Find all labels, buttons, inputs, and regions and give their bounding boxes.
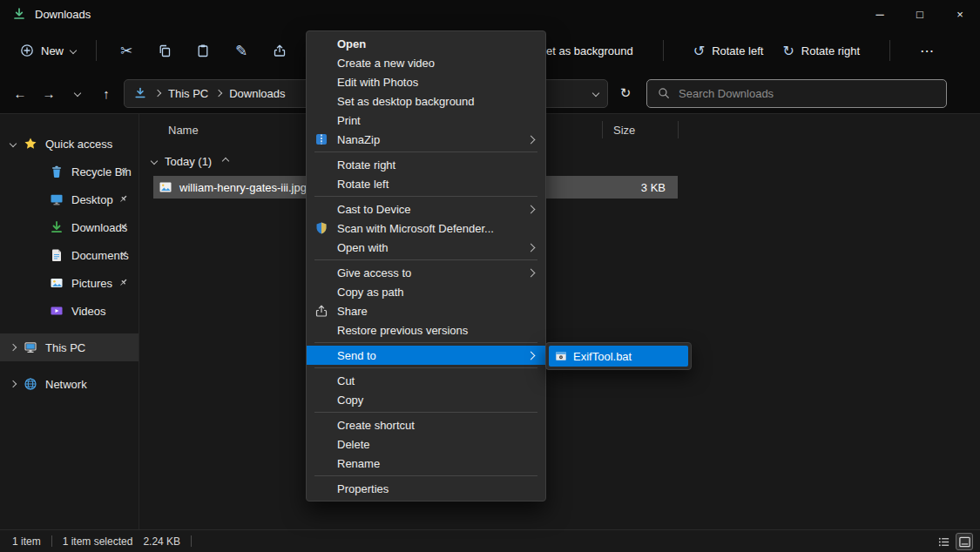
column-header-size[interactable]: Size: [613, 124, 635, 137]
menu-item-give-access-to[interactable]: Give access to: [307, 263, 545, 282]
navigation-pane: Quick access Recycle Bin Desktop: [0, 114, 139, 529]
menu-item-open[interactable]: Open: [307, 34, 545, 53]
minimize-button[interactable]: ─: [860, 0, 900, 28]
breadcrumb-downloads[interactable]: Downloads: [229, 87, 285, 100]
chevron-down-icon: [74, 90, 81, 97]
videos-icon: [50, 304, 64, 318]
search-box[interactable]: [646, 79, 947, 108]
menu-item-nanazip[interactable]: NanaZip: [307, 130, 545, 149]
file-list-pane: Name Size Today (1) william-henry-gates-…: [140, 114, 980, 529]
thumbnail-view-icon: [958, 535, 971, 549]
menu-item-print[interactable]: Print: [307, 111, 545, 130]
submenu-arrow-icon: [527, 205, 536, 214]
submenu-item-exiftool-bat[interactable]: ExifTool.bat: [549, 346, 688, 367]
up-button[interactable]: ↑: [95, 82, 118, 104]
menu-item-scan-with-microsoft-defender[interactable]: Scan with Microsoft Defender...: [307, 219, 545, 238]
refresh-button[interactable]: ↻: [614, 82, 637, 104]
sidebar-item-label: Pictures: [71, 277, 112, 290]
back-button[interactable]: ←: [9, 82, 31, 104]
menu-item-delete[interactable]: Delete: [307, 434, 545, 454]
expand-chevron-icon[interactable]: [10, 140, 17, 147]
rename-button[interactable]: ✎: [222, 35, 260, 66]
menu-item-share[interactable]: Share: [307, 301, 545, 320]
sidebar-item-label: Desktop: [71, 193, 113, 206]
expand-chevron-icon[interactable]: [10, 380, 17, 387]
pin-icon: [118, 194, 128, 204]
sidebar-item-desktop[interactable]: Desktop: [0, 185, 139, 213]
sidebar-item-this-pc[interactable]: This PC: [0, 333, 139, 361]
menu-item-label: Rename: [337, 457, 380, 470]
maximize-button[interactable]: □: [900, 0, 940, 28]
sidebar-item-quick-access[interactable]: Quick access: [0, 130, 139, 158]
menu-item-cast-to-device[interactable]: Cast to Device: [307, 199, 545, 219]
close-button[interactable]: ×: [940, 0, 980, 28]
menu-item-copy[interactable]: Copy: [307, 390, 545, 409]
menu-item-open-with[interactable]: Open with: [307, 238, 545, 257]
sidebar-item-downloads[interactable]: Downloads: [0, 213, 139, 241]
rotate-left-button[interactable]: ↺ Rotate left: [693, 43, 764, 59]
share-icon: [273, 44, 287, 57]
menu-item-rotate-right[interactable]: Rotate right: [307, 155, 545, 174]
menu-separator: [314, 259, 537, 260]
new-button-label: New: [41, 44, 64, 57]
menu-item-rotate-left[interactable]: Rotate left: [307, 174, 545, 193]
thumbnail-view-button[interactable]: [956, 533, 973, 550]
title-bar: Downloads ─ □ ×: [0, 0, 980, 28]
menu-item-restore-previous-versions[interactable]: Restore previous versions: [307, 320, 545, 340]
paste-button[interactable]: [184, 35, 222, 66]
sidebar-item-pictures[interactable]: Pictures: [0, 269, 139, 297]
cut-button[interactable]: ✂: [107, 35, 145, 66]
menu-item-cut[interactable]: Cut: [307, 371, 545, 390]
document-icon: [50, 248, 64, 262]
set-background-clipped-label[interactable]: et as background: [546, 44, 633, 57]
menu-item-label: Rotate left: [337, 178, 389, 191]
menu-item-rename[interactable]: Rename: [307, 454, 545, 473]
menu-item-label: Scan with Microsoft Defender...: [337, 222, 494, 235]
expand-chevron-icon[interactable]: [10, 344, 17, 351]
menu-item-label: Send to: [337, 349, 376, 362]
menu-item-label: Open with: [337, 241, 389, 254]
menu-item-label: Restore previous versions: [337, 324, 468, 337]
forward-button[interactable]: →: [37, 82, 60, 104]
new-button[interactable]: New: [10, 37, 85, 64]
menu-separator: [314, 196, 537, 197]
rotate-right-icon: ↻: [782, 43, 794, 59]
recent-locations-button[interactable]: [66, 82, 89, 104]
toolbar-divider: [663, 40, 664, 61]
sidebar-item-videos[interactable]: Videos: [0, 297, 139, 325]
plus-circle-icon: [20, 44, 34, 57]
column-divider[interactable]: [602, 121, 603, 138]
column-header-name[interactable]: Name: [140, 124, 199, 137]
menu-item-properties[interactable]: Properties: [307, 479, 545, 498]
menu-item-create-a-new-video[interactable]: Create a new video: [307, 53, 545, 72]
menu-item-create-shortcut[interactable]: Create shortcut: [307, 415, 545, 434]
more-options-button[interactable]: ⋯: [920, 43, 934, 59]
menu-item-label: Copy as path: [337, 286, 404, 299]
context-menu: Open Create a new video Edit with Photos…: [306, 30, 546, 502]
address-dropdown-icon[interactable]: [592, 90, 599, 97]
menu-separator: [314, 367, 537, 368]
share-button[interactable]: [260, 35, 299, 66]
column-divider[interactable]: [678, 121, 679, 138]
copy-button[interactable]: [145, 35, 184, 66]
sidebar-item-recycle-bin[interactable]: Recycle Bin: [0, 158, 139, 185]
menu-item-edit-with-photos[interactable]: Edit with Photos: [307, 72, 545, 91]
view-toggle-group: [935, 533, 973, 550]
share-icon: [314, 304, 328, 318]
menu-item-label: Give access to: [337, 266, 411, 279]
pin-icon: [118, 278, 128, 287]
rotate-right-button[interactable]: ↻ Rotate right: [782, 43, 860, 59]
sidebar-item-network[interactable]: Network: [0, 370, 139, 398]
search-input[interactable]: [677, 86, 936, 101]
details-view-button[interactable]: [935, 533, 952, 550]
menu-item-send-to[interactable]: Send to: [307, 346, 545, 365]
sidebar-item-documents[interactable]: Documents: [0, 241, 139, 269]
menu-item-copy-as-path[interactable]: Copy as path: [307, 282, 545, 301]
nanazip-icon: [314, 132, 328, 146]
breadcrumb-this-pc[interactable]: This PC: [168, 87, 208, 100]
collapse-group-icon[interactable]: [222, 158, 229, 165]
menu-item-label: Copy: [337, 394, 363, 407]
group-header-today[interactable]: Today (1): [140, 149, 980, 173]
chevron-down-icon: [70, 47, 77, 54]
menu-item-set-as-desktop-background[interactable]: Set as desktop background: [307, 91, 545, 111]
